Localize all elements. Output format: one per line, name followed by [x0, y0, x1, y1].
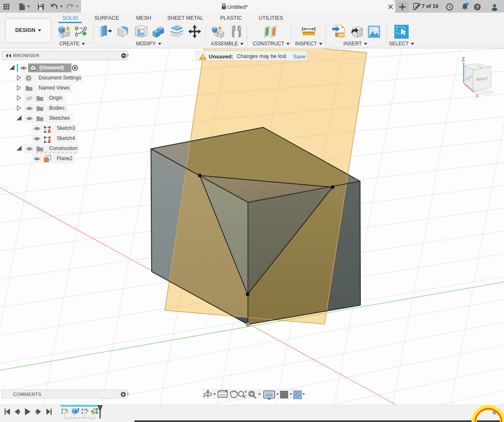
svg-text:X: X	[475, 93, 479, 98]
svg-text:Z: Z	[462, 56, 465, 62]
